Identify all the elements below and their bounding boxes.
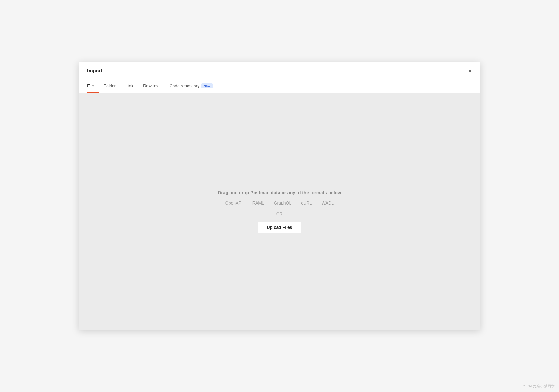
format-curl: cURL [301,201,312,205]
format-openapi: OpenAPI [225,201,243,205]
format-raml: RAML [252,201,264,205]
tab-raw-text[interactable]: Raw text [138,79,164,93]
or-divider: OR [276,212,283,216]
tab-code-repository[interactable]: Code repository New [164,79,217,93]
drag-drop-text: Drag and drop Postman data or any of the… [218,190,341,195]
tab-folder[interactable]: Folder [99,79,121,93]
drop-zone[interactable]: Drag and drop Postman data or any of the… [79,93,480,330]
watermark: CSDN @余小梦同学 [521,384,555,389]
tab-link[interactable]: Link [121,79,138,93]
format-graphql: GraphQL [274,201,292,205]
format-wadl: WADL [322,201,334,205]
import-modal: Import × File Folder Link Raw text Code … [79,62,480,330]
modal-title: Import [87,68,102,79]
modal-header: Import × [79,62,480,79]
tab-file[interactable]: File [87,79,99,93]
upload-files-button[interactable]: Upload Files [258,222,301,233]
tabs-nav: File Folder Link Raw text Code repositor… [79,79,480,93]
close-button[interactable]: × [468,68,472,79]
formats-list: OpenAPI RAML GraphQL cURL WADL [225,201,334,205]
new-badge: New [201,83,213,88]
